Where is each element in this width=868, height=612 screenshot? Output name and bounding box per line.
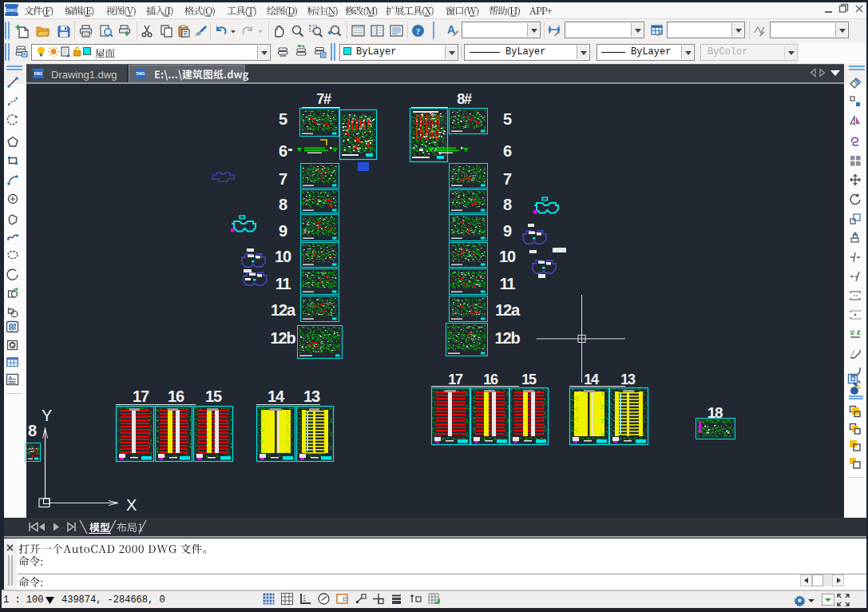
svg-text:12a: 12a — [495, 301, 521, 319]
svg-text:18: 18 — [707, 404, 723, 421]
svg-text:9: 9 — [503, 222, 512, 240]
svg-text:7: 7 — [503, 170, 512, 188]
svg-text:6: 6 — [503, 142, 512, 160]
svg-text:5: 5 — [503, 110, 512, 128]
svg-text:12b: 12b — [495, 329, 521, 347]
svg-text:13: 13 — [620, 372, 636, 387]
svg-text:14: 14 — [584, 372, 599, 387]
svg-text:8: 8 — [503, 196, 512, 213]
svg-text:16: 16 — [483, 372, 498, 387]
svg-text:10: 10 — [499, 248, 516, 265]
svg-text:15: 15 — [521, 372, 537, 387]
svg-text:11: 11 — [500, 275, 516, 292]
